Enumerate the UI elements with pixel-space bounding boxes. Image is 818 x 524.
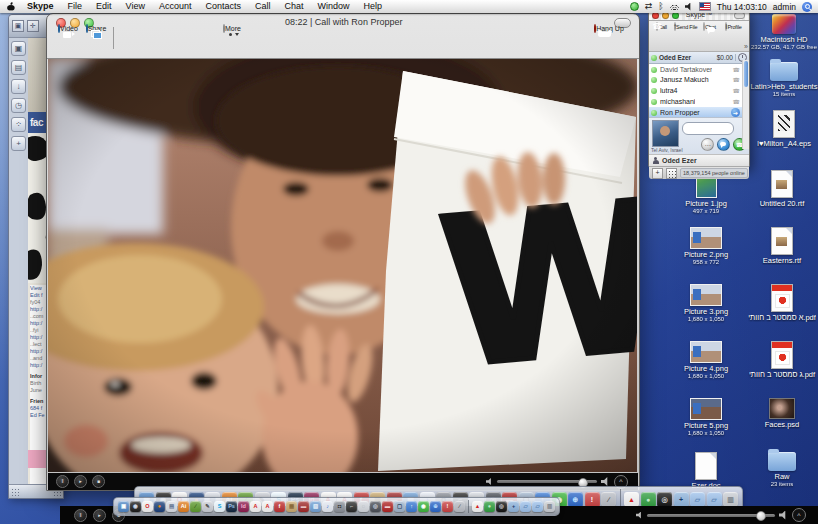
dock-preview[interactable]: ▤ bbox=[166, 501, 177, 512]
menu-call[interactable]: Call bbox=[248, 0, 278, 13]
contact-call-icon[interactable]: ☎ bbox=[733, 88, 740, 94]
dock-green-sphere-app[interactable]: ● bbox=[484, 501, 495, 512]
skype-status-icon[interactable] bbox=[630, 2, 639, 11]
dock-ichat[interactable]: ◉ bbox=[418, 501, 429, 512]
desktop-icon-ezer-doc[interactable]: Ezer.doc bbox=[672, 452, 740, 490]
dock-photo-app[interactable]: ▨ bbox=[310, 501, 321, 512]
scrollbar-thumb[interactable] bbox=[744, 61, 748, 87]
desktop-icon-untitled-20-rtf[interactable]: Untitled 20.rtf bbox=[748, 170, 816, 208]
video-button[interactable]: Video bbox=[55, 25, 81, 32]
dock-metal-tool[interactable]: ∕ bbox=[601, 492, 616, 507]
fullscreen-button[interactable]: ^ bbox=[792, 508, 806, 522]
contact-call-icon[interactable]: ☎ bbox=[733, 77, 740, 83]
minimize-button[interactable] bbox=[662, 12, 669, 19]
menu-contacts[interactable]: Contacts bbox=[198, 0, 248, 13]
dock-dashboard[interactable]: ◉ bbox=[130, 501, 141, 512]
dock-grass-app[interactable]: ∕ bbox=[190, 501, 201, 512]
dock-camera-lens-app[interactable]: ◎ bbox=[496, 501, 507, 512]
desktop-icon-faces-psd[interactable]: Faces.psd bbox=[748, 398, 816, 429]
volume-slider[interactable] bbox=[497, 480, 597, 483]
dock-google-earth[interactable]: ⊕ bbox=[430, 501, 441, 512]
volume-max-icon[interactable] bbox=[601, 477, 610, 486]
dock-fontlab[interactable]: f bbox=[274, 501, 285, 512]
contact-michashani[interactable]: michashani☎ bbox=[649, 96, 749, 107]
menu-user[interactable]: admin bbox=[773, 2, 796, 12]
dock-red-utility[interactable]: ▬ bbox=[298, 501, 309, 512]
menu-skype[interactable]: Skype bbox=[20, 0, 61, 13]
dock-firefox[interactable]: ● bbox=[154, 501, 165, 512]
dock-metal-tool[interactable]: ∕ bbox=[454, 501, 465, 512]
dock-game-app[interactable]: ⌐ bbox=[346, 501, 357, 512]
dock-remote-desktop[interactable]: ▢ bbox=[394, 501, 405, 512]
dock-camera-app[interactable]: ◘ bbox=[334, 501, 345, 512]
volume-knob[interactable] bbox=[756, 511, 766, 521]
desktop-icon-easterns-rtf[interactable]: Easterns.rtf bbox=[748, 227, 816, 265]
dock-photoshop[interactable]: Ps bbox=[226, 501, 237, 512]
desktop-icon-picture-2-png[interactable]: Picture 2.png958 x 772 bbox=[672, 227, 740, 265]
dock-camera-lens-app[interactable]: ◎ bbox=[657, 492, 672, 507]
group-row[interactable]: Oded Ezer bbox=[649, 154, 749, 166]
pause-button[interactable]: ‖ bbox=[56, 475, 69, 488]
contact-detail-arrow-icon[interactable]: ➔ bbox=[731, 108, 740, 117]
apple-menu-icon[interactable] bbox=[6, 2, 16, 12]
menu-account[interactable]: Account bbox=[152, 0, 199, 13]
dock-disc-utility[interactable]: ◌ bbox=[358, 501, 369, 512]
dock-itunes[interactable]: ♪ bbox=[322, 501, 333, 512]
menu-clock[interactable]: Thu 14:03:10 bbox=[717, 2, 767, 12]
dock-green-sphere-app[interactable]: ● bbox=[641, 492, 656, 507]
dock-acrobat-2[interactable]: A bbox=[262, 501, 273, 512]
menu-window[interactable]: Window bbox=[311, 0, 357, 13]
close-button[interactable] bbox=[652, 12, 659, 19]
stop-button[interactable]: ■ bbox=[92, 475, 105, 488]
contact-ron-propper[interactable]: Ron Propper➔ bbox=[649, 107, 749, 117]
desktop-icon-raw[interactable]: Raw23 items bbox=[748, 452, 816, 487]
menu-view[interactable]: View bbox=[119, 0, 152, 13]
capture-icon[interactable]: ▣ bbox=[11, 41, 26, 56]
menu-help[interactable]: Help bbox=[357, 0, 390, 13]
dock-search-app[interactable]: ◎ bbox=[370, 501, 381, 512]
dock-skype[interactable]: S bbox=[214, 501, 225, 512]
move-tool-box[interactable]: ✛ bbox=[27, 20, 39, 32]
dock-trash[interactable]: ▥ bbox=[544, 501, 555, 512]
hang-up-button[interactable]: Hang Up bbox=[591, 25, 627, 32]
play-button[interactable]: ▸ bbox=[93, 509, 106, 522]
contact-call-icon[interactable]: ☎ bbox=[733, 99, 740, 105]
profile-button[interactable]: iProfile bbox=[722, 23, 745, 51]
menu-file[interactable]: File bbox=[61, 0, 90, 13]
image-icon[interactable]: ▤ bbox=[11, 60, 26, 75]
scrollbar[interactable] bbox=[742, 60, 749, 149]
dialpad-button[interactable] bbox=[666, 168, 677, 179]
dock-reader-app[interactable]: ▬ bbox=[382, 501, 393, 512]
dock-upload-app[interactable]: ↑ bbox=[406, 501, 417, 512]
contact-call-icon[interactable]: ☎ bbox=[733, 67, 740, 73]
input-language-flag[interactable] bbox=[699, 2, 711, 11]
contact-janusz-makuch[interactable]: Janusz Makuch☎ bbox=[649, 74, 749, 85]
contact-lutra4[interactable]: lutra4☎ bbox=[649, 85, 749, 96]
toolbar-toggle-pill[interactable] bbox=[734, 12, 745, 19]
add-icon[interactable]: + bbox=[11, 136, 26, 151]
dock-google-earth[interactable]: ⊕ bbox=[568, 492, 583, 507]
desktop-icon-pdf[interactable]: א סמסטר ב חוותי.pdf bbox=[748, 284, 816, 322]
account-bar[interactable]: Oded Ezer $0.00 bbox=[649, 52, 749, 64]
wifi-icon[interactable] bbox=[670, 3, 679, 10]
play-button[interactable]: ▸ bbox=[74, 475, 87, 488]
dock-textedit[interactable]: ✎ bbox=[202, 501, 213, 512]
dock-hand-app[interactable]: + bbox=[674, 492, 689, 507]
call-toolbar-button[interactable]: ☎Call bbox=[650, 23, 673, 51]
desktop-icon-i-milton-a4-eps[interactable]: I♥Milton_A4.eps bbox=[750, 110, 818, 148]
dock-warning-sign-doc[interactable]: ▲ bbox=[624, 492, 639, 507]
more-button[interactable]: More bbox=[219, 25, 245, 32]
desktop-icon-picture-3-png[interactable]: Picture 3.png1,680 x 1,050 bbox=[672, 284, 740, 322]
dock-indesign[interactable]: Id bbox=[238, 501, 249, 512]
dock-folder-dock[interactable]: ▱ bbox=[690, 492, 705, 507]
share-button[interactable]: Share bbox=[83, 25, 109, 32]
volume-min-icon[interactable] bbox=[486, 478, 493, 485]
chat-button[interactable] bbox=[717, 138, 730, 151]
facebook-logo[interactable]: fac bbox=[30, 117, 43, 128]
dock-folder-dock-2[interactable]: ▱ bbox=[707, 492, 722, 507]
dock-finder[interactable]: ▣ bbox=[118, 501, 129, 512]
chat-toolbar-button[interactable]: Chat bbox=[698, 23, 721, 51]
volume-slider[interactable] bbox=[647, 514, 775, 517]
dock-illustrator[interactable]: Ai bbox=[178, 501, 189, 512]
menu-edit[interactable]: Edit bbox=[89, 0, 119, 13]
